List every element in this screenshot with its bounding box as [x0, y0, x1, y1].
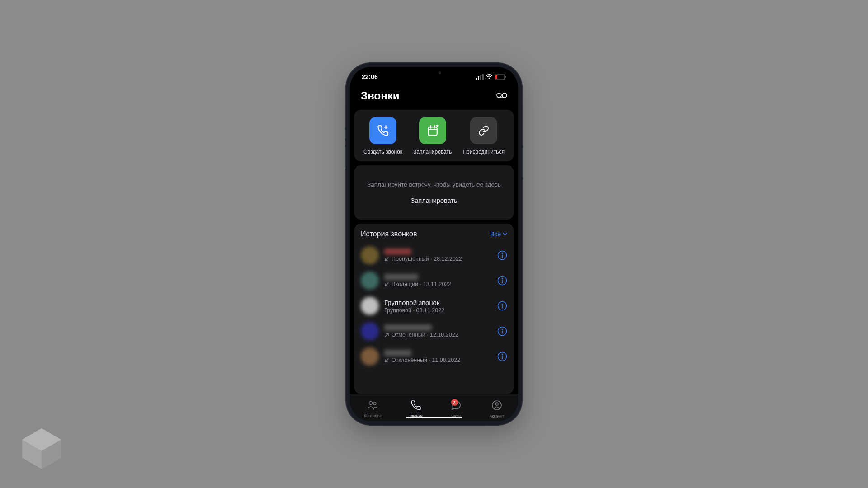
schedule-empty-card: Запланируйте встречу, чтобы увидеть её з… [354, 165, 514, 220]
wifi-icon [486, 74, 493, 80]
schedule-button[interactable]: Запланировать [413, 117, 452, 155]
call-info-button[interactable] [497, 250, 507, 260]
caller-name-redacted [384, 350, 411, 356]
svg-point-28 [502, 329, 503, 330]
status-icons [476, 74, 506, 80]
tab-контакты[interactable]: Контакты [364, 400, 382, 418]
call-meta: Отменённый · 12.10.2022 [384, 332, 492, 338]
svg-point-7 [497, 93, 501, 98]
call-history-row[interactable]: Отклонённый · 11.08.2022 [354, 344, 514, 369]
tab-звонки[interactable]: Звонки [410, 400, 423, 418]
call-history-row[interactable]: Пропущенный · 28.12.2022 [354, 243, 514, 268]
create-call-button[interactable]: Создать звонок [363, 117, 402, 155]
history-filter-dropdown[interactable]: Все [490, 230, 507, 238]
action-label: Присоединиться [462, 149, 505, 155]
avatar [361, 347, 379, 366]
screen: 22:06 Звонки Создать звонок [350, 67, 518, 421]
caller-name-redacted [384, 249, 411, 255]
action-label: Запланировать [413, 149, 452, 155]
caller-name: Групповой звонок [384, 299, 492, 306]
svg-rect-3 [482, 74, 484, 80]
svg-rect-12 [428, 127, 437, 135]
calendar-plus-icon [427, 125, 439, 136]
call-info-button[interactable] [497, 326, 507, 336]
action-label: Создать звонок [363, 149, 402, 155]
phone-frame: 22:06 Звонки Создать звонок [346, 63, 522, 425]
caller-name-redacted [384, 274, 418, 280]
home-indicator[interactable] [406, 417, 462, 418]
avatar [361, 246, 379, 264]
avatar [361, 272, 379, 290]
cellular-icon [476, 74, 484, 80]
svg-rect-2 [480, 75, 481, 80]
call-meta: Отклонённый · 11.08.2022 [384, 357, 492, 363]
call-history-row[interactable]: Групповой звонокГрупповой · 08.11.2022 [354, 293, 514, 319]
svg-rect-0 [476, 78, 477, 80]
svg-point-25 [502, 304, 503, 305]
call-meta: Пропущенный · 28.12.2022 [384, 256, 492, 262]
page-header: Звонки [354, 87, 514, 106]
svg-point-22 [502, 278, 503, 279]
account-icon [491, 400, 502, 413]
call-meta: Групповой · 08.11.2022 [384, 307, 492, 314]
svg-point-31 [502, 354, 503, 355]
phone-plus-icon [377, 125, 389, 136]
svg-point-34 [374, 402, 377, 405]
schedule-hint-text: Запланируйте встречу, чтобы увидеть её з… [367, 181, 501, 189]
svg-point-8 [502, 93, 507, 98]
join-button[interactable]: Присоединиться [462, 117, 505, 155]
svg-rect-5 [495, 75, 497, 79]
call-history-row[interactable]: Отменённый · 12.10.2022 [354, 319, 514, 344]
call-info-button[interactable] [497, 352, 507, 361]
link-icon [478, 125, 489, 136]
battery-low-icon [495, 74, 506, 80]
svg-point-33 [369, 402, 373, 405]
history-title: История звонков [361, 230, 417, 238]
page-title: Звонки [361, 89, 399, 102]
svg-point-36 [495, 403, 498, 405]
badge: 3 [451, 399, 458, 406]
caller-name-redacted [384, 324, 432, 331]
svg-rect-6 [505, 76, 506, 78]
avatar [361, 297, 379, 315]
tab-label: Контакты [364, 413, 382, 418]
phone-icon [410, 400, 421, 413]
voicemail-icon[interactable] [496, 92, 507, 100]
watermark-logo [19, 428, 64, 471]
schedule-link-button[interactable]: Запланировать [411, 197, 458, 204]
status-time: 22:06 [362, 73, 378, 80]
tab-аккаунт[interactable]: Аккаунт [489, 400, 504, 418]
tab-label: Аккаунт [489, 414, 504, 418]
chevron-down-icon [503, 233, 507, 236]
avatar [361, 322, 379, 340]
call-history-row[interactable]: Входящий · 13.11.2022 [354, 268, 514, 293]
quick-actions-card: Создать звонок Запланировать Присоединит… [354, 110, 514, 161]
call-history-card: История звонков Все Пропущенный · 28.12.… [354, 224, 514, 394]
tab-чаты[interactable]: Чаты3 [451, 400, 462, 418]
svg-point-19 [502, 253, 503, 254]
svg-rect-1 [478, 76, 479, 80]
call-info-button[interactable] [497, 276, 507, 286]
status-bar: 22:06 [350, 67, 518, 87]
call-info-button[interactable] [497, 301, 507, 311]
call-meta: Входящий · 13.11.2022 [384, 281, 492, 287]
contacts-icon [367, 400, 378, 412]
